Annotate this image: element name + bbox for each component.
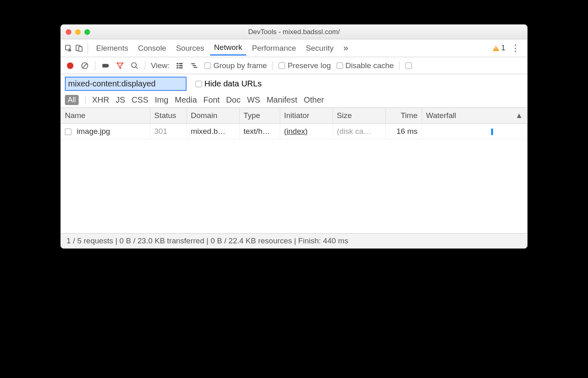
col-size[interactable]: Size (333, 108, 385, 124)
svg-rect-6 (108, 64, 109, 67)
cell-name: image.jpg (77, 127, 110, 135)
status-bar: 1 / 5 requests | 0 B / 23.0 KB transferr… (61, 234, 527, 248)
hide-data-urls-label: Hide data URLs (204, 79, 262, 88)
kebab-menu-icon[interactable]: ⋮ (507, 41, 524, 56)
cell-type: text/h… (239, 124, 280, 140)
filter-type-xhr[interactable]: XHR (92, 95, 109, 105)
window-title: DevTools - mixed.badssl.com/ (61, 28, 527, 36)
svg-rect-9 (177, 63, 179, 64)
offline-checkbox-partial[interactable] (406, 62, 414, 69)
col-type[interactable]: Type (239, 108, 280, 124)
devtools-window: DevTools - mixed.badssl.com/ Elements Co… (60, 24, 528, 249)
svg-rect-14 (179, 67, 183, 68)
divider (145, 61, 145, 70)
svg-rect-12 (179, 65, 183, 66)
tab-performance[interactable]: Performance (248, 41, 300, 55)
tab-network[interactable]: Network (210, 41, 247, 56)
status-text: 1 / 5 requests | 0 B / 23.0 KB transferr… (67, 236, 348, 245)
record-button[interactable] (66, 61, 75, 70)
cell-domain: mixed.b… (187, 124, 239, 140)
cell-time: 16 ms (385, 124, 422, 140)
large-rows-icon[interactable] (175, 61, 184, 70)
toggle-device-toolbar-icon[interactable] (75, 44, 84, 53)
view-label: View: (151, 61, 170, 70)
sort-ascending-icon: ▲ (515, 111, 523, 120)
resource-type-filters: All XHR JS CSS Img Media Font Doc WS Man… (65, 95, 523, 105)
disable-cache-checkbox[interactable]: Disable cache (337, 61, 394, 70)
svg-rect-11 (177, 65, 179, 66)
table-row[interactable]: image.jpg 301 mixed.b… text/h… (index) (… (61, 124, 527, 140)
svg-rect-16 (193, 65, 196, 66)
requests-table: Name Status Domain Type Initiator Size T… (61, 108, 527, 234)
checkbox-icon (195, 81, 202, 87)
overview-icon[interactable] (190, 61, 199, 70)
filter-type-css[interactable]: CSS (132, 95, 148, 105)
svg-line-8 (136, 67, 138, 69)
divider (85, 96, 86, 104)
tab-console[interactable]: Console (134, 41, 170, 55)
svg-rect-15 (191, 63, 195, 64)
filter-type-media[interactable]: Media (175, 95, 197, 105)
cell-status: 301 (150, 124, 187, 140)
warnings-badge[interactable]: 1 (493, 44, 505, 52)
search-icon[interactable] (130, 61, 139, 70)
col-waterfall[interactable]: Waterfall ▲ (422, 108, 527, 124)
filter-icon[interactable] (116, 61, 124, 70)
more-tabs-icon[interactable]: » (339, 41, 352, 56)
filter-type-font[interactable]: Font (204, 95, 220, 105)
divider (95, 61, 95, 70)
filter-bar: Hide data URLs All XHR JS CSS Img Media … (61, 74, 527, 108)
col-status[interactable]: Status (150, 108, 187, 124)
hide-data-urls-checkbox[interactable]: Hide data URLs (195, 79, 262, 88)
filter-type-other[interactable]: Other (304, 95, 324, 105)
svg-rect-17 (194, 67, 197, 68)
filter-input[interactable] (65, 77, 187, 91)
file-icon (65, 129, 71, 135)
filter-type-all[interactable]: All (65, 95, 79, 105)
divider (273, 61, 273, 70)
warning-count: 1 (501, 44, 505, 52)
disable-cache-label: Disable cache (346, 61, 394, 70)
inspect-element-icon[interactable] (64, 44, 73, 53)
devtools-tabs: Elements Console Sources Network Perform… (61, 39, 527, 57)
filter-type-img[interactable]: Img (155, 95, 168, 105)
tab-security[interactable]: Security (302, 41, 338, 55)
col-waterfall-label: Waterfall (426, 111, 456, 120)
svg-line-4 (82, 63, 87, 68)
tab-sources[interactable]: Sources (172, 41, 208, 55)
screenshot-icon[interactable] (101, 61, 110, 70)
svg-rect-10 (179, 63, 183, 64)
filter-type-doc[interactable]: Doc (226, 95, 241, 105)
preserve-log-checkbox[interactable]: Preserve log (279, 61, 331, 70)
col-time[interactable]: Time (385, 108, 422, 124)
checkbox-icon (204, 62, 211, 69)
clear-button[interactable] (80, 61, 89, 70)
svg-rect-13 (177, 67, 179, 68)
svg-rect-5 (103, 64, 108, 67)
warning-icon (493, 45, 499, 51)
network-toolbar: View: Group by frame Preserve log Disabl… (61, 57, 527, 74)
preserve-log-label: Preserve log (288, 61, 331, 70)
filter-type-ws[interactable]: WS (247, 95, 260, 105)
mac-titlebar: DevTools - mixed.badssl.com/ (61, 25, 527, 39)
filter-type-manifest[interactable]: Manifest (266, 95, 297, 105)
filter-type-js[interactable]: JS (116, 95, 125, 105)
col-initiator[interactable]: Initiator (280, 108, 333, 124)
group-by-frame-label: Group by frame (213, 61, 267, 70)
cell-size: (disk ca… (333, 124, 385, 140)
waterfall-bar (491, 129, 493, 135)
svg-point-7 (132, 62, 137, 67)
col-name[interactable]: Name (61, 108, 150, 124)
checkbox-icon (279, 62, 285, 69)
group-by-frame-checkbox[interactable]: Group by frame (204, 61, 267, 70)
cell-initiator[interactable]: (index) (280, 124, 333, 140)
checkbox-icon (406, 62, 412, 69)
divider (88, 43, 88, 54)
tab-elements[interactable]: Elements (92, 41, 132, 55)
checkbox-icon (337, 62, 343, 69)
cell-waterfall (422, 124, 527, 140)
divider (399, 61, 400, 70)
svg-rect-2 (79, 46, 82, 51)
col-domain[interactable]: Domain (187, 108, 239, 124)
